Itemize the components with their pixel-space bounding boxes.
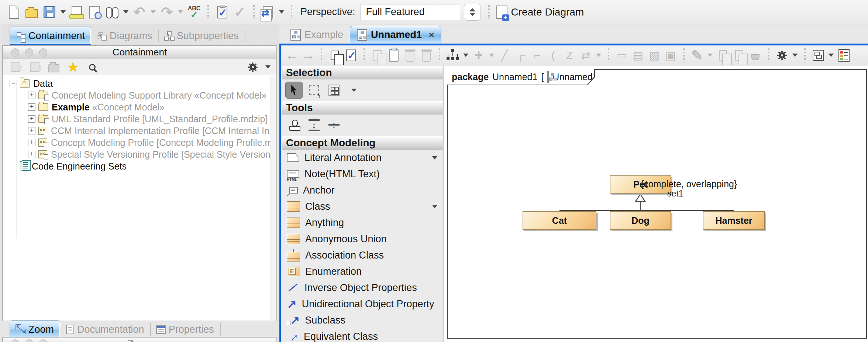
diagram-settings-gear-icon[interactable] <box>774 47 790 64</box>
palette-dropdown-icon[interactable] <box>432 156 437 160</box>
palette-item-anonymous-union[interactable]: Anonymous Union <box>282 231 443 247</box>
palette-item-inverse-object-properties[interactable]: Inverse Object Properties <box>282 280 443 296</box>
select-cursor-button[interactable] <box>285 82 303 99</box>
panel-window-buttons[interactable] <box>11 339 47 342</box>
tree-vertical-scrollbar[interactable] <box>271 76 276 320</box>
delete-icon[interactable] <box>402 47 418 64</box>
layout-tree-icon[interactable] <box>445 47 461 64</box>
transform-icon[interactable] <box>259 3 277 21</box>
options-dropdown[interactable] <box>265 65 271 69</box>
spline-path-icon[interactable]: Z <box>561 47 578 64</box>
expand-expander[interactable]: + <box>28 127 35 134</box>
layout-template-icon[interactable] <box>810 47 826 64</box>
find-icon[interactable] <box>103 3 121 21</box>
tree-item[interactable]: +Concept Modeling Profile [Concept Model… <box>28 137 272 148</box>
fill-color-icon[interactable] <box>747 47 764 64</box>
panel-window-buttons[interactable] <box>11 48 47 57</box>
bent-path-icon[interactable]: ⌐ <box>529 47 545 64</box>
tree-item[interactable]: +Special Style Versioning Profile [Speci… <box>28 148 272 160</box>
expand-expander[interactable]: + <box>28 151 35 158</box>
tab-containment[interactable]: Containment <box>10 27 91 45</box>
path-dropdown[interactable] <box>596 54 601 57</box>
palette-item-note-html-text-[interactable]: Note(HTML Text) <box>282 166 443 182</box>
tree-item[interactable]: +UML Standard Profile [UML_Standard_Prof… <box>28 113 268 125</box>
shape-icon[interactable]: ▣ <box>662 47 679 64</box>
swap-ends-icon[interactable]: ⇄ <box>578 47 594 64</box>
pen-dropdown[interactable] <box>707 54 713 57</box>
redo-icon[interactable]: ↷ <box>158 3 176 21</box>
find-dropdown[interactable] <box>123 10 128 14</box>
palette-item-class[interactable]: Class <box>282 198 443 215</box>
send-backward-icon[interactable] <box>731 47 747 64</box>
insert-space-tool-button[interactable]: ↕ <box>305 117 323 134</box>
print-icon[interactable] <box>68 3 86 21</box>
tree-item[interactable]: Code Engineering Sets <box>10 160 127 172</box>
perspective-stepper[interactable] <box>464 4 481 21</box>
undo-dropdown[interactable] <box>151 10 156 14</box>
save-icon[interactable] <box>41 3 58 21</box>
remove-space-tool-button[interactable]: ↕ <box>325 117 343 134</box>
generalization-vertical-line[interactable] <box>640 202 641 211</box>
selection-dropdown[interactable] <box>345 82 363 99</box>
collapse-expander[interactable]: − <box>10 80 17 87</box>
expand-node-icon[interactable] <box>7 58 24 76</box>
delete-from-diagram-icon[interactable] <box>418 47 434 64</box>
palette-item-anything[interactable]: Anything <box>282 215 443 231</box>
image-shape-icon[interactable]: ▧ <box>646 47 662 64</box>
save-dropdown[interactable] <box>61 10 66 14</box>
tab-diagrams[interactable]: Diagrams <box>91 27 158 45</box>
stamp-tool-button[interactable] <box>285 117 303 134</box>
multi-select-button[interactable] <box>325 82 343 99</box>
diagram-tab-example[interactable]: Example <box>284 26 350 44</box>
forward-icon[interactable]: → <box>300 47 316 64</box>
layout-dropdown[interactable] <box>463 54 468 57</box>
pen-style-icon[interactable]: ✎ <box>689 47 705 64</box>
new-project-icon[interactable] <box>5 3 23 21</box>
tab-properties[interactable]: Properties <box>150 320 220 339</box>
quick-search-icon[interactable] <box>83 58 101 76</box>
expand-expander[interactable]: + <box>28 139 35 146</box>
spelling-icon[interactable]: ABC <box>185 3 203 21</box>
print-preview-icon[interactable] <box>86 3 103 21</box>
palette-item-subclass[interactable]: ↗Subclass <box>282 312 443 328</box>
template-dropdown[interactable] <box>829 54 834 57</box>
redo-dropdown[interactable] <box>178 10 183 14</box>
tree-item[interactable]: +Concept Modeling Support Library «Conce… <box>28 89 266 101</box>
uml-class-dog[interactable]: Dog <box>610 211 671 230</box>
palette-item-anchor[interactable]: Anchor <box>282 182 443 198</box>
rectilinear-path-icon[interactable]: ┌ <box>513 47 529 64</box>
transform-dropdown[interactable] <box>279 10 284 14</box>
palette-item-association-class[interactable]: Association Class <box>282 247 443 263</box>
palette-item-equivalent-class[interactable]: ↔Equivalent Class <box>282 328 443 342</box>
copy-icon[interactable] <box>369 47 386 64</box>
open-project-icon[interactable] <box>23 3 41 21</box>
open-in-new-tab-icon[interactable] <box>45 58 63 76</box>
relayout-dropdown[interactable] <box>489 54 494 57</box>
create-diagram-button[interactable]: Create Diagram <box>496 6 584 19</box>
paste-icon[interactable] <box>386 47 402 64</box>
close-tab-icon[interactable]: × <box>428 29 434 41</box>
expand-expander[interactable]: + <box>28 92 35 99</box>
generalization-horizontal-line[interactable] <box>559 210 734 211</box>
grid-icon[interactable]: ▤ <box>630 47 646 64</box>
settings-dropdown[interactable] <box>792 54 798 57</box>
uml-class-hamster[interactable]: Hamster <box>703 211 765 230</box>
expand-expander[interactable]: + <box>28 115 35 123</box>
diagram-check-icon[interactable] <box>343 47 359 64</box>
uml-class-cat[interactable]: Cat <box>523 211 596 230</box>
tree-item[interactable]: −Data <box>10 78 53 89</box>
tab-zoom[interactable]: Zoom <box>10 320 60 339</box>
diagram-canvas[interactable]: package Unnamed1 [ Unnamed1 ] PetCatDogH… <box>444 66 868 342</box>
palette-dropdown-icon[interactable] <box>432 205 437 208</box>
perspective-select[interactable]: Full Featured <box>361 4 460 20</box>
curved-path-icon[interactable]: ( <box>545 47 561 64</box>
palette-item-literal-annotation[interactable]: Literal Annotation <box>282 150 443 166</box>
quick-relayout-icon[interactable]: + <box>471 47 487 64</box>
check-icon[interactable]: ✓ <box>231 3 249 21</box>
bring-forward-icon[interactable] <box>715 47 731 64</box>
validate-icon[interactable] <box>213 3 231 21</box>
tab-subproperties[interactable]: Subproperties <box>158 27 245 45</box>
palette-item-unidirectional-object-property[interactable]: ↗Unidirectional Object Property <box>282 296 443 312</box>
oblique-path-icon[interactable]: ╱ <box>496 47 513 64</box>
options-gear-icon[interactable] <box>244 58 262 76</box>
